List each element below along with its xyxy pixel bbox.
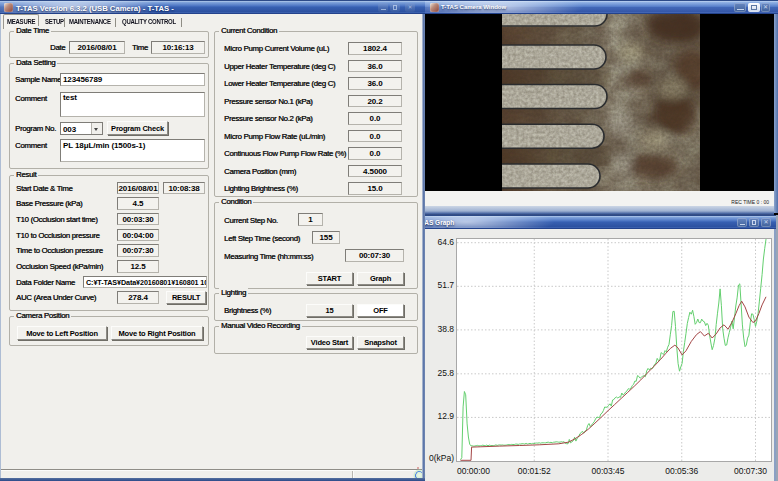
group-label: Manual Video Recording	[219, 321, 302, 331]
condition-row-value: 4.5000	[348, 165, 402, 178]
video-start-button[interactable]: Video Start	[306, 336, 353, 349]
status-bar	[1, 469, 422, 478]
condition-row-label: Micro Pump Current Volume (uL)	[224, 44, 329, 54]
condition-row-value: 15.0	[348, 182, 402, 195]
group-data-setting: Data Setting Sample Name 123456789 Comme…	[9, 63, 209, 169]
condition-row-value: 1802.4	[348, 42, 402, 55]
result-row-label: Occlusion Speed (kPa/min)	[16, 262, 103, 272]
start-button[interactable]: START	[306, 272, 353, 285]
tab-separator	[64, 18, 65, 27]
group-label: Lighting	[219, 288, 248, 298]
snapshot-button[interactable]: Snapshot	[357, 336, 404, 349]
x-tick-label: 00:00:00	[444, 466, 504, 476]
group-label: Camera Position	[14, 311, 71, 321]
comment-input[interactable]: test	[60, 92, 205, 117]
brightness-button[interactable]: 15	[306, 304, 353, 317]
group-label: Data Setting	[14, 58, 57, 68]
camera-close-button[interactable]: ✕	[761, 3, 770, 12]
program-comment-label: Comment	[15, 141, 47, 151]
brightness-label: Brightness (%)	[224, 306, 271, 316]
main-close-button[interactable]: ✕	[405, 3, 415, 12]
desktop: { "colors": { "titlebar_blue": "#3760b2"…	[0, 0, 778, 481]
camera-window-right-border	[774, 14, 778, 213]
main-window-titlebar[interactable]: T-TAS Version 6.3.2 (USB Camera) - T-TAS…	[0, 0, 425, 14]
condition-row-value: 0.0	[348, 147, 402, 160]
graph-maximize-button[interactable]	[749, 218, 759, 227]
graph-window-titlebar[interactable]: T-TAS Graph ✕	[396, 215, 776, 229]
camera-window-bottom-border	[425, 206, 774, 215]
tab-quality-control[interactable]: QUALITY CONTROL	[120, 16, 187, 29]
condition-row-label: Pressure sensor No.2 (kPa)	[224, 114, 312, 124]
main-maximize-button[interactable]	[390, 3, 400, 12]
camera-window-titlebar[interactable]: T-TAS Camera Window ✕	[425, 0, 778, 14]
condition-row-label: Pressure sensor No.1 (kPa)	[224, 97, 312, 107]
result-row-value: 00:03:30	[117, 213, 159, 226]
graph-close-button[interactable]: ✕	[761, 218, 771, 227]
plot-area	[456, 238, 772, 462]
tab-maintenance[interactable]: MAINTENANCE	[67, 16, 119, 29]
condition-row-value: 36.0	[348, 77, 402, 90]
result-row-value: 00:04:00	[117, 229, 159, 242]
program-comment-box: PL 18μL/min (1500s-1)	[60, 139, 205, 162]
main-minimize-button[interactable]	[378, 3, 388, 12]
x-tick-label: 00:03:45	[578, 466, 638, 476]
program-check-button[interactable]: Program Check	[107, 121, 168, 135]
group-label: Result	[14, 170, 38, 180]
move-left-button[interactable]: Move to Left Position	[17, 326, 107, 340]
camera-image-area	[485, 14, 711, 191]
camera-window-title: T-TAS Camera Window	[441, 4, 506, 10]
tab-separator	[181, 18, 182, 27]
result-row-label: Base Pressure (kPa)	[16, 199, 82, 209]
x-tick-label: 00:01:52	[504, 466, 564, 476]
condition-row-value: 0.0	[348, 112, 402, 125]
graph-client-area: 0(kPa)12.925.838.851.764.6 00:00:0000:01…	[398, 229, 774, 481]
group-lighting: Lighting Brightness (%) 15 OFF	[214, 293, 418, 321]
lighting-off-button[interactable]: OFF	[357, 304, 404, 317]
graph-minimize-button[interactable]	[737, 218, 747, 227]
condition-row-value: 20.2	[348, 95, 402, 108]
main-window-right-border	[422, 14, 425, 481]
main-window: T-TAS Version 6.3.2 (USB Camera) - T-TAS…	[0, 0, 425, 481]
result-row-value: 278.4	[117, 291, 159, 304]
main-window-title: T-TAS Version 6.3.2 (USB Camera) - T-TAS…	[16, 4, 174, 13]
tab-bar: MEASURESETUPMAINTENANCEQUALITY CONTROL	[1, 14, 422, 29]
graph-window: T-TAS Graph ✕ 0(kPa)12.925.838.851.764.6…	[396, 215, 776, 481]
x-tick-label: 00:05:36	[652, 466, 712, 476]
time-label: Time	[132, 43, 148, 53]
status-bar-divider	[352, 471, 353, 478]
texture-layer	[499, 14, 700, 191]
program-no-label: Program No.	[15, 124, 56, 134]
series-pressure-raw-green	[461, 239, 768, 460]
group-result: Result Start Date & Time2016/08/0110:08:…	[9, 175, 209, 311]
result-row-value: 2016/08/01	[117, 182, 159, 195]
graph-button[interactable]: Graph	[357, 272, 404, 285]
sample-name-label: Sample Name	[15, 75, 61, 85]
result-row-label: T10 to Occlusion pressure	[16, 231, 100, 241]
result-row-value: 00:07:30	[117, 244, 159, 257]
series-pressure-avg-red	[461, 297, 767, 461]
sample-name-input[interactable]: 123456789	[60, 73, 205, 86]
left-step-time-field: 155	[312, 231, 340, 244]
date-label: Date	[50, 43, 65, 53]
main-client-area: MEASURESETUPMAINTENANCEQUALITY CONTROL D…	[1, 14, 422, 478]
result-row-value2: 10:08:38	[163, 182, 205, 195]
condition-row-label: Continuous Flow Pump Flow Rate (%)	[224, 149, 346, 159]
condition-row-label: Micro Pump Flow Rate (uL/min)	[224, 132, 325, 142]
measuring-time-label: Measuring Time (hh:mm:ss)	[224, 252, 313, 262]
result-button[interactable]: RESULT	[166, 291, 206, 304]
main-window-icon	[4, 3, 13, 12]
camera-maximize-button[interactable]	[748, 3, 760, 12]
combo-arrow-icon[interactable]	[91, 123, 102, 134]
camera-minimize-button[interactable]	[734, 3, 746, 12]
condition-row-label: Lighting Brightness (%)	[224, 184, 298, 194]
result-row-value: 4.5	[117, 197, 159, 210]
rec-time-label: REC TIME 0 : 00	[731, 199, 769, 205]
left-step-time-label: Left Step Time (second)	[224, 234, 300, 244]
program-no-select[interactable]: 003	[60, 122, 103, 135]
move-right-button[interactable]: Move to Right Position	[111, 326, 203, 340]
tab-label: MEASURE	[7, 17, 35, 26]
group-label: Date Time	[14, 26, 51, 36]
group-manual-video: Manual Video Recording Video Start Snaps…	[214, 326, 418, 354]
result-row-label: T10 (Occlusion start time)	[16, 215, 97, 225]
condition-row-value: 36.0	[348, 60, 402, 73]
